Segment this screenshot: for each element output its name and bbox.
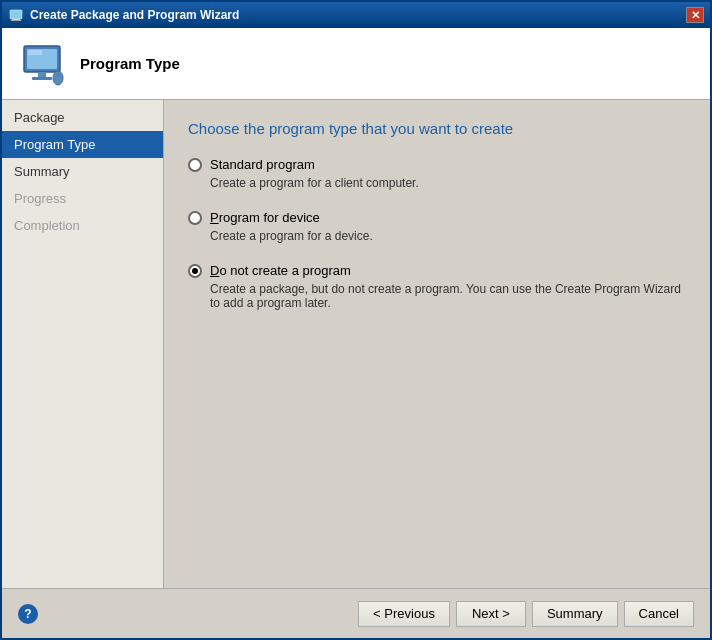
desc-device: Create a program for a device.: [210, 229, 686, 243]
svg-rect-5: [28, 50, 42, 55]
window-title: Create Package and Program Wizard: [30, 8, 686, 22]
svg-rect-0: [10, 10, 22, 19]
desc-no-program: Create a package, but do not create a pr…: [210, 282, 686, 310]
title-bar: Create Package and Program Wizard ✕: [2, 2, 710, 28]
sidebar: Package Program Type Summary Progress Co…: [2, 100, 164, 588]
close-button[interactable]: ✕: [686, 7, 704, 23]
header-section: Program Type: [2, 28, 710, 100]
label-device: Program for device: [210, 210, 320, 225]
sidebar-item-program-type[interactable]: Program Type: [2, 131, 163, 158]
summary-button[interactable]: Summary: [532, 601, 618, 627]
sidebar-item-summary[interactable]: Summary: [2, 158, 163, 185]
label-standard: Standard program: [210, 157, 315, 172]
wizard-window: Create Package and Program Wizard ✕ Prog…: [0, 0, 712, 640]
sidebar-item-package[interactable]: Package: [2, 104, 163, 131]
option-no-program: Do not create a program Create a package…: [188, 263, 686, 310]
content-area: Choose the program type that you want to…: [164, 100, 710, 588]
previous-button[interactable]: < Previous: [358, 601, 450, 627]
footer-buttons: < Previous Next > Summary Cancel: [358, 601, 694, 627]
help-button[interactable]: ?: [18, 604, 38, 624]
content-title: Choose the program type that you want to…: [188, 120, 686, 137]
radio-no-program[interactable]: [188, 264, 202, 278]
option-standard: Standard program Create a program for a …: [188, 157, 686, 190]
option-device: Program for device Create a program for …: [188, 210, 686, 243]
main-content: Package Program Type Summary Progress Co…: [2, 100, 710, 588]
svg-rect-7: [32, 77, 52, 80]
footer: ? < Previous Next > Summary Cancel: [2, 588, 710, 638]
computer-icon: [18, 40, 66, 88]
radio-standard[interactable]: [188, 158, 202, 172]
window-icon: [8, 7, 24, 23]
sidebar-item-progress: Progress: [2, 185, 163, 212]
svg-rect-2: [11, 20, 21, 21]
svg-rect-6: [38, 72, 46, 77]
sidebar-item-completion: Completion: [2, 212, 163, 239]
next-button[interactable]: Next >: [456, 601, 526, 627]
header-title: Program Type: [80, 55, 180, 72]
radio-group: Standard program Create a program for a …: [188, 157, 686, 310]
label-no-program: Do not create a program: [210, 263, 351, 278]
cancel-button[interactable]: Cancel: [624, 601, 694, 627]
radio-device[interactable]: [188, 211, 202, 225]
desc-standard: Create a program for a client computer.: [210, 176, 686, 190]
